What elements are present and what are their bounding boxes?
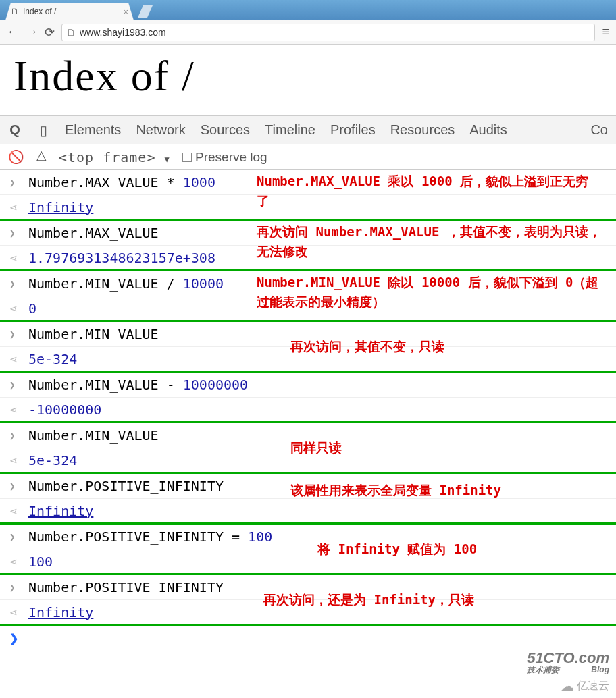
console-entry: Number.MIN_VALUE5e-324再次访问，其值不变，只读: [0, 322, 616, 373]
console-input: Number.POSITIVE_INFINITY = 100: [28, 529, 272, 545]
annotation: 再次访问，其值不变，只读: [290, 337, 444, 356]
console-output-line: 100: [0, 549, 616, 573]
output-arrow-icon: [9, 303, 28, 314]
console-entry: Number.MAX_VALUE * 1000InfinityNumber.MA…: [0, 170, 616, 221]
browser-nav-bar: ← → ⟳ 🗋 www.shayi1983.com ≡: [0, 20, 616, 45]
tab-title: Index of /: [23, 7, 56, 16]
filter-icon[interactable]: ▽: [36, 149, 47, 165]
console-output-value: 1.7976931348623157e+308: [28, 250, 215, 266]
output-arrow-icon: [9, 252, 28, 263]
tab-sources[interactable]: Sources: [201, 122, 250, 138]
browser-tab-strip: 🗋 Index of / ×: [0, 0, 616, 20]
close-tab-icon[interactable]: ×: [123, 7, 128, 17]
clear-icon[interactable]: 🚫: [8, 149, 24, 165]
console-input: Number.POSITIVE_INFINITY: [28, 579, 224, 595]
console-entry: Number.POSITIVE_INFINITYInfinity该属性用来表示全…: [0, 474, 616, 525]
new-tab-button[interactable]: [138, 5, 153, 18]
tab-console[interactable]: Co: [590, 122, 608, 138]
console-output-value: Infinity: [28, 199, 93, 215]
console-output-value: Infinity: [28, 503, 93, 519]
input-arrow-icon: [9, 227, 28, 238]
console-input: Number.MIN_VALUE: [28, 427, 159, 444]
reload-icon[interactable]: ⟳: [45, 25, 55, 40]
page-icon: 🗋: [11, 7, 19, 16]
devtools-tabs: Q ▯ Elements Network Sources Timeline Pr…: [0, 116, 616, 144]
console-entry: Number.MAX_VALUE1.7976931348623157e+308再…: [0, 221, 616, 271]
output-arrow-icon: [9, 556, 28, 567]
menu-icon[interactable]: ≡: [602, 25, 609, 39]
console-input: Number.MAX_VALUE: [28, 225, 159, 241]
annotation: 再次访问 Number.MAX_VALUE ，其值不变，表明为只读，无法修改: [257, 222, 608, 261]
console-output-value: -10000000: [28, 402, 101, 418]
console-output-value: 0: [28, 300, 36, 317]
console-input: Number.POSITIVE_INFINITY: [28, 478, 224, 494]
tab-profiles[interactable]: Profiles: [330, 122, 376, 138]
console-entry: Number.POSITIVE_INFINITY = 100100将 Infin…: [0, 525, 616, 575]
console-input: Number.MIN_VALUE: [28, 326, 159, 342]
annotation: 再次访问，还是为 Infinity，只读: [263, 590, 474, 610]
tab-elements[interactable]: Elements: [65, 122, 121, 138]
output-arrow-icon: [9, 404, 28, 415]
output-arrow-icon: [9, 202, 28, 213]
console-input: Number.MIN_VALUE / 10000: [28, 275, 224, 292]
input-arrow-icon: [9, 278, 28, 289]
annotation: Number.MIN_VALUE 除以 10000 后，貌似下溢到 0（超过能表…: [257, 273, 608, 311]
address-bar[interactable]: 🗋 www.shayi1983.com: [61, 24, 595, 41]
frame-selector[interactable]: <top frame> ▼: [59, 149, 170, 165]
console-output-value: 5e-324: [28, 351, 77, 367]
input-arrow-icon: [9, 329, 28, 340]
console-entry: Number.MIN_VALUE / 100000Number.MIN_VALU…: [0, 271, 616, 322]
device-icon[interactable]: ▯: [36, 122, 50, 138]
devtools-panel: Q ▯ Elements Network Sources Timeline Pr…: [0, 115, 616, 650]
output-arrow-icon: [9, 354, 28, 365]
annotation: Number.MAX_VALUE 乘以 1000 后，貌似上溢到正无穷了: [257, 171, 601, 210]
file-icon: 🗋: [66, 27, 76, 38]
output-arrow-icon: [9, 607, 28, 618]
forward-icon[interactable]: →: [26, 25, 38, 39]
tab-timeline[interactable]: Timeline: [265, 122, 315, 138]
page-title: Index of /: [14, 51, 602, 101]
console-output-line: -10000000: [0, 397, 616, 421]
console-output-value: 100: [28, 554, 53, 570]
input-arrow-icon: [9, 430, 28, 441]
search-icon[interactable]: Q: [8, 122, 22, 138]
input-arrow-icon: [9, 531, 28, 542]
input-arrow-icon: [9, 481, 28, 491]
console-entry: Number.MIN_VALUE5e-324同样只读: [0, 423, 616, 474]
url-text: www.shayi1983.com: [80, 27, 166, 38]
console-prompt[interactable]: [0, 626, 616, 650]
tab-audits[interactable]: Audits: [469, 122, 507, 138]
console-entry: Number.MIN_VALUE - 10000000-10000000: [0, 373, 616, 423]
console-input: Number.MAX_VALUE * 1000: [28, 174, 215, 190]
console-output-value: Infinity: [28, 604, 93, 620]
output-arrow-icon: [9, 506, 28, 516]
console-output: Number.MAX_VALUE * 1000InfinityNumber.MA…: [0, 170, 616, 626]
console-entry: Number.POSITIVE_INFINITYInfinity再次访问，还是为…: [0, 575, 616, 626]
console-input-line: Number.MIN_VALUE - 10000000: [0, 373, 616, 397]
console-input: Number.MIN_VALUE - 10000000: [28, 377, 248, 393]
console-input-line: Number.POSITIVE_INFINITY = 100: [0, 525, 616, 549]
console-output-value: 5e-324: [28, 452, 77, 468]
input-arrow-icon: [9, 582, 28, 593]
input-arrow-icon: [9, 379, 28, 390]
tab-network[interactable]: Network: [136, 122, 185, 138]
browser-tab[interactable]: 🗋 Index of / ×: [5, 3, 134, 20]
devtools-subbar: 🚫 ▽ <top frame> ▼ Preserve log: [0, 144, 616, 170]
preserve-log-toggle[interactable]: Preserve log: [182, 150, 267, 165]
input-arrow-icon: [9, 177, 28, 188]
annotation: 该属性用来表示全局变量 Infinity: [290, 481, 501, 500]
checkbox-icon[interactable]: [182, 153, 192, 162]
annotation: 同样只读: [290, 438, 342, 458]
console-output-line: Infinity: [0, 498, 616, 522]
annotation: 将 Infinity 赋值为 100: [317, 539, 477, 559]
output-arrow-icon: [9, 455, 28, 466]
page-content: Index of /: [0, 45, 616, 101]
back-icon[interactable]: ←: [7, 25, 19, 39]
tab-resources[interactable]: Resources: [390, 122, 455, 138]
